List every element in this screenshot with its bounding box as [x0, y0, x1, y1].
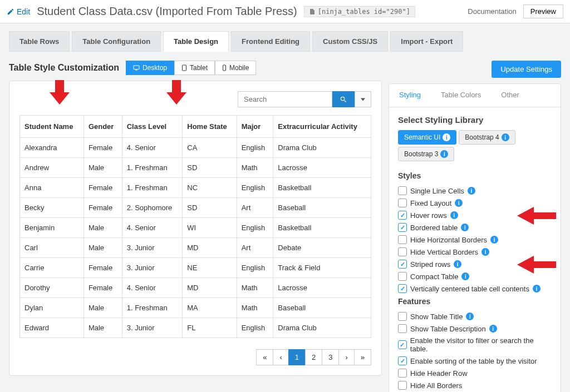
setting-row[interactable]: Enable sorting of the table by the visit… — [398, 355, 552, 367]
setting-row[interactable]: Hide All Borders — [398, 379, 552, 391]
device-button-tablet[interactable]: Tablet — [174, 61, 215, 75]
pager-prev[interactable]: ‹ — [273, 349, 288, 365]
shortcode-text: [ninja_tables id="290"] — [318, 8, 410, 16]
checkbox[interactable] — [398, 186, 407, 195]
setting-row[interactable]: Compact Tablei — [398, 270, 552, 282]
svg-rect-3 — [223, 65, 226, 71]
checkbox[interactable] — [398, 235, 407, 244]
library-button[interactable]: Bootstrap 3i — [398, 147, 454, 161]
setting-row[interactable]: Striped rowsi — [398, 258, 552, 270]
info-icon[interactable]: i — [454, 260, 461, 268]
pager-last[interactable]: » — [354, 349, 371, 365]
nav-tab[interactable]: Custom CSS/JS — [312, 31, 388, 52]
setting-label: Hide Horizontal Borders — [410, 236, 487, 244]
pager-page[interactable]: 3 — [322, 349, 339, 365]
info-icon[interactable]: i — [481, 248, 489, 256]
info-icon[interactable]: i — [468, 187, 475, 195]
table-cell: Female — [83, 178, 122, 198]
info-icon[interactable]: i — [466, 312, 474, 320]
setting-row[interactable]: Bordered tablei — [398, 221, 552, 234]
table-cell: Baseball — [273, 298, 371, 318]
checkbox[interactable] — [398, 284, 407, 293]
setting-row[interactable]: Show Table Descriptioni — [398, 322, 552, 335]
pager-first[interactable]: « — [256, 349, 273, 365]
update-settings-button[interactable]: Update Settings — [492, 61, 561, 78]
column-header[interactable]: Extracurricular Activity — [273, 116, 371, 138]
device-button-mobile[interactable]: Mobile — [215, 61, 256, 75]
table-cell: MA — [183, 298, 237, 318]
setting-row[interactable]: Hide Horizontal Bordersi — [398, 234, 552, 246]
preview-button[interactable]: Preview — [523, 4, 563, 18]
table-cell: English — [237, 138, 273, 158]
nav-tab[interactable]: Table Design — [163, 31, 229, 52]
documentation-link[interactable]: Documentation — [468, 7, 516, 16]
info-icon[interactable]: i — [489, 325, 497, 333]
device-button-desktop[interactable]: Desktop — [126, 61, 174, 75]
table-cell: Female — [83, 198, 122, 218]
checkbox[interactable] — [398, 356, 407, 365]
nav-tab[interactable]: Table Rows — [9, 31, 70, 52]
shortcode-box[interactable]: [ninja_tables id="290"] — [304, 6, 415, 17]
checkbox[interactable] — [398, 312, 407, 321]
checkbox[interactable] — [398, 272, 407, 281]
search-options-dropdown[interactable] — [355, 91, 371, 107]
table-cell: Math — [237, 278, 273, 298]
table-row: BeckyFemale2. SophomoreSDArtBaseball — [20, 198, 371, 218]
table-cell: Male — [83, 238, 122, 258]
setting-row[interactable]: Show Table Titlei — [398, 310, 552, 322]
checkbox[interactable] — [398, 211, 407, 220]
table-cell: Female — [83, 138, 122, 158]
search-button[interactable] — [332, 91, 355, 107]
section-title: Table Style Customization — [9, 63, 119, 73]
edit-link[interactable]: Edit — [7, 7, 30, 16]
table-cell: Basketball — [273, 178, 371, 198]
settings-group-title: Features — [398, 297, 552, 306]
setting-row[interactable]: Enable the visitor to filter or search t… — [398, 335, 552, 355]
table-row: AnnaFemale1. FreshmanNCEnglishBasketball — [20, 178, 371, 198]
info-icon[interactable]: i — [533, 285, 540, 292]
info-icon[interactable]: i — [461, 224, 469, 231]
column-header[interactable]: Student Name — [20, 116, 84, 138]
setting-row[interactable]: Vertically centered table cell contentsi — [398, 282, 552, 295]
checkbox[interactable] — [398, 199, 407, 207]
column-header[interactable]: Major — [237, 116, 273, 138]
table-row: BenjaminMale4. SeniorWIEnglishBasketball — [20, 218, 371, 238]
checkbox[interactable] — [398, 340, 407, 349]
library-button[interactable]: Semantic UIi — [398, 130, 456, 145]
info-icon[interactable]: i — [455, 199, 463, 207]
info-icon[interactable]: i — [450, 211, 458, 219]
pager-next[interactable]: › — [338, 349, 354, 365]
sidebar-tab[interactable]: Other — [491, 84, 529, 107]
table-cell: Track & Field — [273, 258, 371, 278]
setting-row[interactable]: Hover rowsi — [398, 209, 552, 221]
checkbox[interactable] — [398, 381, 407, 390]
setting-row[interactable]: Hide Header Row — [398, 367, 552, 379]
pager-page[interactable]: 1 — [288, 349, 306, 365]
search-input[interactable] — [238, 91, 332, 107]
column-header[interactable]: Gender — [83, 116, 122, 138]
checkbox[interactable] — [398, 260, 407, 269]
checkbox[interactable] — [398, 223, 407, 232]
info-icon[interactable]: i — [461, 272, 469, 280]
info-icon[interactable]: i — [490, 236, 498, 244]
table-cell: 2. Sophomore — [122, 198, 183, 218]
sidebar-tab[interactable]: Table Colors — [431, 84, 491, 107]
checkbox[interactable] — [398, 324, 407, 333]
checkbox[interactable] — [398, 369, 407, 378]
column-header[interactable]: Class Level — [122, 116, 183, 138]
checkbox[interactable] — [398, 247, 407, 256]
settings-group-title: Styles — [398, 171, 552, 180]
column-header[interactable]: Home State — [183, 116, 237, 138]
setting-row[interactable]: Single Line Cellsi — [398, 185, 552, 197]
nav-tab[interactable]: Table Configuration — [72, 31, 161, 52]
library-button[interactable]: Bootstrap 4i — [459, 130, 515, 145]
sidebar-body: Select Styling Library Semantic UIiBoots… — [389, 107, 561, 392]
table-cell: English — [237, 318, 273, 338]
sidebar-tab[interactable]: Styling — [389, 84, 431, 107]
device-toggle-group: DesktopTabletMobile — [126, 61, 256, 75]
table-cell: 3. Junior — [122, 258, 183, 278]
sidebar-tabs: StylingTable ColorsOther — [389, 84, 561, 107]
nav-tab[interactable]: Import - Export — [390, 31, 463, 52]
nav-tab[interactable]: Frontend Editing — [231, 31, 310, 52]
pager-page[interactable]: 2 — [305, 349, 322, 365]
